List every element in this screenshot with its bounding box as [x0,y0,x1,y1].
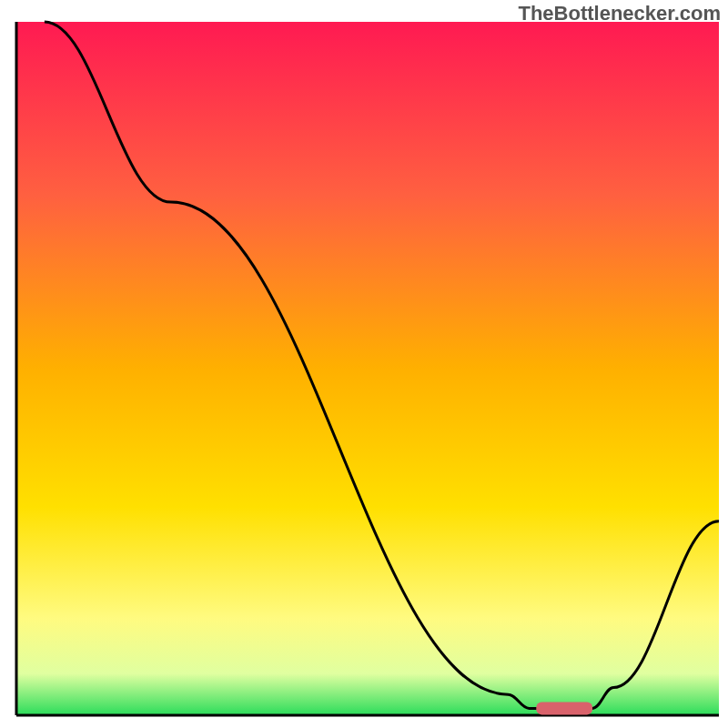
watermark-text: TheBottlenecker.com [518,2,721,25]
chart-svg [0,0,728,728]
chart-container: TheBottlenecker.com [0,0,728,728]
plot-background [16,22,719,715]
optimal-bar [536,702,592,714]
